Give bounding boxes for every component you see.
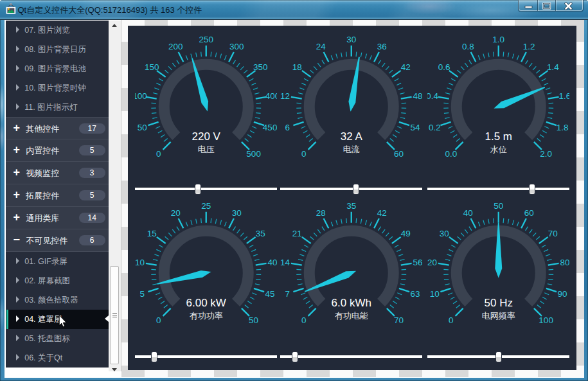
svg-text:0.2: 0.2 (429, 123, 441, 132)
svg-text:70: 70 (394, 316, 404, 326)
svg-text:56: 56 (413, 258, 422, 267)
svg-text:49: 49 (401, 229, 411, 238)
svg-text:21: 21 (292, 229, 301, 238)
svg-text:45: 45 (265, 289, 274, 299)
svg-text:0.6: 0.6 (438, 62, 450, 72)
svg-text:有功电能: 有功电能 (335, 312, 368, 321)
svg-text:12: 12 (280, 91, 290, 101)
svg-text:0.0: 0.0 (445, 150, 457, 159)
svg-text:18: 18 (292, 62, 301, 72)
svg-text:30: 30 (439, 229, 449, 238)
svg-text:250: 250 (199, 35, 213, 44)
svg-text:15: 15 (147, 229, 156, 238)
svg-text:25: 25 (201, 202, 211, 211)
svg-text:6.00 kW: 6.00 kW (186, 297, 226, 309)
svg-text:350: 350 (253, 62, 268, 72)
svg-text:6: 6 (285, 123, 290, 132)
svg-text:54: 54 (410, 123, 420, 132)
svg-text:80: 80 (560, 258, 569, 267)
svg-text:0.4: 0.4 (427, 91, 438, 101)
svg-text:有功功率: 有功功率 (190, 312, 223, 321)
svg-text:40: 40 (267, 258, 277, 267)
svg-text:14: 14 (280, 258, 290, 267)
svg-text:30: 30 (231, 209, 241, 218)
svg-text:5: 5 (139, 289, 145, 299)
svg-text:60: 60 (394, 150, 404, 159)
svg-text:50 Hz: 50 Hz (484, 297, 512, 309)
svg-text:1.5 m: 1.5 m (485, 130, 512, 143)
svg-text:电流: 电流 (343, 145, 360, 155)
svg-text:10: 10 (430, 289, 440, 299)
svg-text:0: 0 (301, 150, 307, 159)
svg-text:6.0 kWh: 6.0 kWh (331, 297, 371, 309)
svg-text:28: 28 (316, 209, 326, 218)
svg-text:100: 100 (135, 91, 147, 101)
svg-text:100: 100 (539, 316, 553, 326)
svg-text:32 A: 32 A (340, 130, 362, 143)
svg-text:水位: 水位 (490, 145, 507, 155)
svg-text:500: 500 (246, 150, 261, 159)
svg-text:300: 300 (229, 42, 244, 52)
svg-text:42: 42 (401, 62, 411, 72)
svg-text:35: 35 (256, 229, 265, 238)
svg-text:0: 0 (301, 316, 307, 326)
svg-text:50: 50 (494, 202, 503, 211)
svg-text:48: 48 (413, 91, 422, 101)
svg-text:电网频率: 电网频率 (482, 312, 515, 321)
svg-text:220 V: 220 V (192, 130, 220, 143)
svg-text:0.8: 0.8 (462, 42, 474, 52)
svg-text:0: 0 (156, 150, 161, 159)
svg-text:42: 42 (377, 209, 386, 218)
svg-text:30: 30 (346, 35, 356, 44)
svg-text:450: 450 (263, 123, 278, 132)
svg-text:63: 63 (410, 289, 420, 299)
svg-text:35: 35 (346, 202, 356, 211)
svg-text:50: 50 (138, 123, 147, 132)
svg-text:40: 40 (463, 209, 473, 218)
svg-text:1.6: 1.6 (558, 91, 569, 101)
svg-text:2.0: 2.0 (540, 150, 552, 159)
svg-text:1.4: 1.4 (547, 62, 559, 72)
svg-text:电压: 电压 (198, 145, 215, 155)
svg-text:1.0: 1.0 (492, 35, 504, 44)
svg-text:50: 50 (249, 316, 258, 326)
svg-text:60: 60 (524, 209, 533, 218)
svg-text:10: 10 (135, 258, 145, 267)
svg-text:20: 20 (427, 258, 437, 267)
svg-text:24: 24 (316, 42, 326, 52)
svg-text:7: 7 (285, 289, 290, 299)
svg-text:1.2: 1.2 (523, 42, 535, 52)
svg-text:20: 20 (171, 209, 181, 218)
svg-text:36: 36 (377, 42, 386, 52)
svg-text:90: 90 (557, 289, 567, 299)
svg-text:1.8: 1.8 (556, 123, 568, 132)
svg-text:150: 150 (145, 62, 159, 72)
svg-text:400: 400 (265, 91, 277, 101)
svg-text:0: 0 (449, 316, 454, 326)
svg-text:200: 200 (168, 42, 183, 52)
svg-text:0: 0 (156, 316, 161, 326)
svg-text:70: 70 (548, 229, 558, 238)
